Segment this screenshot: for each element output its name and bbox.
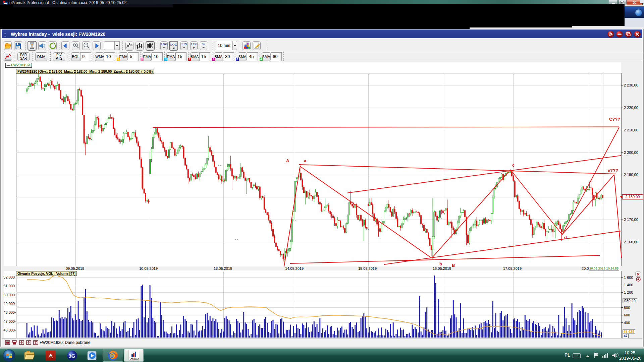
svg-text:49 000: 49 000 [3,302,15,306]
svg-text:B: B [452,263,455,268]
svg-text:1 200: 1 200 [624,290,633,294]
svg-text:600: 600 [624,313,630,317]
svg-text:800: 800 [624,306,630,310]
svg-text:51 000: 51 000 [3,284,15,288]
svg-text:2 200,00: 2 200,00 [624,150,638,155]
svg-text:A: A [286,158,289,163]
svg-text:b: b [439,261,442,266]
svg-text:a: a [304,158,307,163]
svg-text:2 210,00: 2 210,00 [624,128,638,132]
svg-text:1 400: 1 400 [624,283,633,287]
svg-text:47 000: 47 000 [3,319,15,323]
svg-text:e???: e??? [608,168,618,173]
svg-text:2 220,00: 2 220,00 [624,106,638,110]
svg-text:C???: C??? [609,117,620,122]
svg-text:400: 400 [624,321,630,325]
svg-text:46 000: 46 000 [3,328,15,332]
svg-text:c: c [512,163,515,168]
svg-text:1 600: 1 600 [624,276,633,280]
svg-text:2 160,00: 2 160,00 [624,240,638,244]
svg-text:2 230,00: 2 230,00 [624,83,638,87]
svg-text:52 000: 52 000 [3,275,15,279]
svg-text:2 190,00: 2 190,00 [624,173,638,177]
svg-text:d: d [564,235,567,240]
svg-text:48 000: 48 000 [3,310,15,314]
svg-text:2 170,00: 2 170,00 [624,218,638,222]
svg-text:50 000: 50 000 [3,293,15,297]
